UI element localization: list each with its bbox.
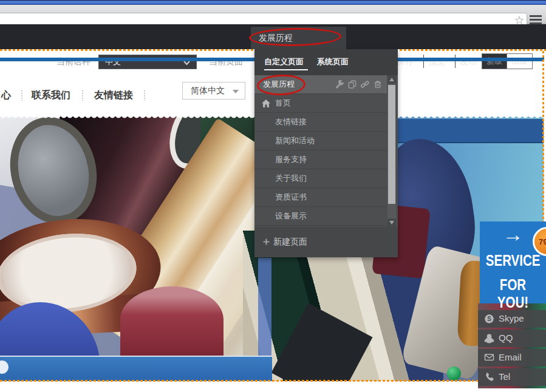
list-item[interactable]: 关于我们 <box>254 169 387 188</box>
site-nav-item-links[interactable]: 友情链接 <box>94 89 133 102</box>
scrollbar-thumb[interactable] <box>388 85 395 204</box>
contact-label: Tel <box>499 371 510 382</box>
list-item-label: 发展历程 <box>263 75 295 93</box>
current-page-dropdown-trigger[interactable]: 发展历程 <box>251 27 346 49</box>
list-item-label: 服务支持 <box>275 150 307 169</box>
qq-icon <box>484 333 494 343</box>
contact-label: Skype <box>499 313 524 323</box>
list-item[interactable]: 设备展示 <box>254 207 387 226</box>
new-page-button[interactable]: 新建页面 <box>263 237 307 248</box>
contact-label: Email <box>499 352 522 362</box>
home-icon <box>262 100 270 107</box>
photo-shape <box>0 356 272 381</box>
service-line1: SERVICE <box>486 252 540 269</box>
browser-titlebar <box>0 0 546 5</box>
panel-footer: 新建页面 <box>254 227 398 257</box>
contact-email-button[interactable]: Email <box>478 349 546 367</box>
list-item-home[interactable]: 首页 <box>254 94 387 113</box>
browser-toolbar: ☆ <box>0 5 546 24</box>
site-nav-item-partial[interactable]: 心 <box>1 89 11 102</box>
browser-menu-icon[interactable] <box>530 15 542 25</box>
list-item-selected[interactable]: 发展历程 <box>254 75 387 94</box>
nav-separator <box>144 90 145 101</box>
list-item[interactable]: 服务支持 <box>254 150 387 169</box>
chevron-down-icon <box>183 61 190 66</box>
panel-tabs: 自定义页面 系统页面 <box>254 49 398 75</box>
nav-separator <box>82 90 83 101</box>
scroll-up-button[interactable] <box>387 75 396 84</box>
photo-shape <box>383 119 544 143</box>
edit-region-border-bottom <box>0 380 544 382</box>
old-version-button[interactable]: 旧版 <box>507 54 532 69</box>
panel-scrollbar[interactable] <box>387 75 396 227</box>
contact-skype-button[interactable]: S Skype <box>478 310 546 328</box>
trash-icon[interactable] <box>374 80 382 89</box>
phone-icon <box>484 372 494 382</box>
site-language-select[interactable]: 简体中文 <box>182 82 245 100</box>
badge-text: 79 <box>539 237 546 246</box>
toolbar-separator <box>455 55 456 68</box>
skype-icon: S <box>484 314 494 324</box>
copy-icon[interactable] <box>348 80 357 89</box>
nav-separator <box>21 90 22 101</box>
list-item[interactable]: 资质证书 <box>254 188 387 207</box>
new-version-button[interactable]: 新版 <box>482 54 507 69</box>
svg-text:S: S <box>487 316 491 322</box>
scroll-down-button[interactable] <box>387 218 396 227</box>
contact-qq-button[interactable]: QQ <box>478 329 546 347</box>
service-line2: FOR YOU! <box>486 276 540 311</box>
link-icon[interactable] <box>361 80 369 89</box>
contact-label: QQ <box>499 333 513 343</box>
tab-system-pages[interactable]: 系统页面 <box>317 56 349 67</box>
photo-shape <box>447 367 461 380</box>
list-item-label: 新闻和活动 <box>275 132 315 150</box>
toolbar-separator <box>423 55 424 68</box>
email-icon <box>484 353 494 362</box>
page-list: 发展历程 首页 友情链接 新闻和活动 服务支持 关于我们 资质证书 设备展示 <box>254 75 398 227</box>
list-item-label: 首页 <box>275 94 291 112</box>
list-item-label: 资质证书 <box>275 188 307 206</box>
active-tab-underline <box>264 69 308 70</box>
tab-custom-pages[interactable]: 自定义页面 <box>264 56 304 67</box>
list-item-label: 设备展示 <box>275 207 307 225</box>
list-item-label: 关于我们 <box>275 169 307 188</box>
contact-tel-button[interactable]: Tel <box>478 368 546 386</box>
list-item[interactable]: 新闻和活动 <box>254 132 387 150</box>
list-item[interactable]: 友情链接 <box>254 113 387 132</box>
wrench-icon[interactable] <box>335 80 344 89</box>
site-language-value: 简体中文 <box>191 86 225 95</box>
new-page-label: 新建页面 <box>273 237 307 246</box>
plus-icon <box>263 238 270 245</box>
list-item-label: 友情链接 <box>275 113 307 131</box>
site-nav-item-contact[interactable]: 联系我们 <box>32 89 70 102</box>
language-select[interactable]: 中文 <box>98 55 197 69</box>
dropdown-arrow-icon <box>233 90 239 93</box>
version-toggle: 新版 旧版 <box>482 53 533 69</box>
page-dropdown-panel: 自定义页面 系统页面 发展历程 首页 友情链接 新闻和活动 服务支持 关于我们 … <box>254 49 398 257</box>
